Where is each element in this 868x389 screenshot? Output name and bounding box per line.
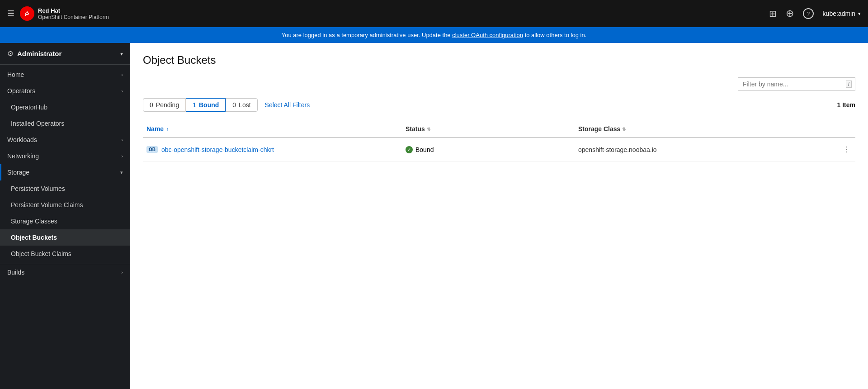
redhat-logo-icon xyxy=(20,6,34,21)
select-all-filters-button[interactable]: Select All Filters xyxy=(265,101,310,109)
item-count: 1 Item xyxy=(837,101,855,109)
table: Name ↑ Status ⇅ Storage Class ⇅ OB obc-o… xyxy=(143,121,855,161)
pending-count: 0 xyxy=(150,101,153,109)
sidebar-item-builds-label: Builds xyxy=(7,269,24,276)
sidebar-item-builds[interactable]: Builds › xyxy=(0,264,130,280)
main-layout: ⚙ Administrator ▾ Home › Operators › Ope… xyxy=(0,43,868,389)
sidebar-item-object-buckets[interactable]: Object Buckets xyxy=(0,229,130,246)
cell-actions: ⋮ xyxy=(837,143,855,156)
sidebar-role-chevron: ▾ xyxy=(120,51,123,57)
main-content: Object Buckets / 0 Pending 1 Bound 0 Los… xyxy=(130,43,868,389)
sidebar-operators-chevron: › xyxy=(121,88,123,94)
sidebar-item-storage-label: Storage xyxy=(7,169,29,176)
sidebar-item-object-bucket-claims-label: Object Bucket Claims xyxy=(11,250,71,257)
sidebar-item-workloads-label: Workloads xyxy=(7,136,37,143)
sidebar-item-storage[interactable]: Storage ▾ xyxy=(0,164,130,180)
svg-point-0 xyxy=(23,9,31,18)
status-label: Bound xyxy=(415,146,434,153)
logo-text: Red Hat OpenShift Container Platform xyxy=(38,7,109,20)
sidebar-item-pvc-label: Persistent Volume Claims xyxy=(11,201,83,209)
name-sort-asc-icon: ↑ xyxy=(166,127,169,132)
banner-link[interactable]: cluster OAuth configuration xyxy=(452,32,523,38)
filter-row: / xyxy=(143,77,855,91)
apps-grid-icon[interactable]: ⊞ xyxy=(769,8,777,19)
table-header: Name ↑ Status ⇅ Storage Class ⇅ xyxy=(143,121,855,138)
sidebar-item-storage-classes[interactable]: Storage Classes xyxy=(0,213,130,229)
sidebar-item-installed-operators-label: Installed Operators xyxy=(11,120,64,127)
sidebar-nav: Home › Operators › OperatorHub Installed… xyxy=(0,65,130,389)
sidebar-storage-chevron: ▾ xyxy=(120,170,123,176)
sidebar-role-left: ⚙ Administrator xyxy=(7,49,61,58)
topbar-left: ☰ Red Hat OpenShift Container Platform xyxy=(7,6,769,21)
logo-line2: OpenShift Container Platform xyxy=(38,14,109,20)
user-chevron: ▾ xyxy=(858,11,861,17)
sidebar-item-operatorhub-label: OperatorHub xyxy=(11,104,47,111)
sidebar-item-networking[interactable]: Networking › xyxy=(0,148,130,164)
sidebar-item-persistent-volume-claims[interactable]: Persistent Volume Claims xyxy=(0,197,130,213)
user-menu[interactable]: kube:admin ▾ xyxy=(823,10,861,17)
col-name-label: Name xyxy=(146,125,164,133)
page-title: Object Buckets xyxy=(143,54,855,66)
sidebar-item-pv-label: Persistent Volumes xyxy=(11,185,65,192)
object-bucket-link[interactable]: obc-openshift-storage-bucketclaim-chkrt xyxy=(161,146,274,153)
cell-storage-class: openshift-storage.noobaa.io xyxy=(578,146,837,153)
col-status-label: Status xyxy=(406,125,425,133)
topbar: ☰ Red Hat OpenShift Container Platform ⊞… xyxy=(0,0,868,27)
sidebar-role[interactable]: ⚙ Administrator ▾ xyxy=(0,43,130,65)
sidebar-item-storage-classes-label: Storage Classes xyxy=(11,218,57,225)
col-storage-label: Storage Class xyxy=(578,125,620,133)
user-label: kube:admin xyxy=(823,10,855,17)
sidebar-item-home[interactable]: Home › xyxy=(0,66,130,83)
sidebar-item-persistent-volumes[interactable]: Persistent Volumes xyxy=(0,180,130,197)
sidebar-item-networking-label: Networking xyxy=(7,152,39,160)
col-header-status[interactable]: Status ⇅ xyxy=(406,125,578,133)
sidebar-item-operators[interactable]: Operators › xyxy=(0,83,130,99)
sidebar-item-object-bucket-claims[interactable]: Object Bucket Claims xyxy=(0,246,130,262)
cell-status: ✓ Bound xyxy=(406,146,578,153)
lost-count: 0 xyxy=(232,101,236,109)
sidebar-builds-chevron: › xyxy=(121,270,123,275)
sidebar-item-workloads[interactable]: Workloads › xyxy=(0,132,130,148)
filter-badge-lost[interactable]: 0 Lost xyxy=(226,98,257,112)
sidebar-home-chevron: › xyxy=(121,72,123,77)
sidebar-item-operators-label: Operators xyxy=(7,87,35,95)
info-banner: You are logged in as a temporary adminis… xyxy=(0,27,868,43)
storage-class-value: openshift-storage.noobaa.io xyxy=(578,146,657,153)
bound-label: Bound xyxy=(199,101,219,109)
redhat-svg xyxy=(23,9,32,18)
cell-name: OB obc-openshift-storage-bucketclaim-chk… xyxy=(143,146,406,153)
filter-input-wrap: / xyxy=(738,77,855,91)
banner-message: You are logged in as a temporary adminis… xyxy=(282,32,452,38)
bound-count: 1 xyxy=(193,101,196,109)
sidebar-item-object-buckets-label: Object Buckets xyxy=(11,234,57,241)
status-sort-icon: ⇅ xyxy=(427,127,430,132)
sidebar-workloads-chevron: › xyxy=(121,137,123,142)
sidebar-item-home-label: Home xyxy=(7,71,24,78)
admin-icon: ⚙ xyxy=(7,49,14,58)
topbar-right: ⊞ ⊕ ? kube:admin ▾ xyxy=(769,8,861,19)
sidebar-item-installed-operators[interactable]: Installed Operators xyxy=(0,115,130,132)
filter-slash-icon: / xyxy=(846,81,852,88)
sidebar-item-operatorhub[interactable]: OperatorHub xyxy=(0,99,130,115)
filter-input[interactable] xyxy=(738,77,855,91)
banner-message-end: to allow others to log in. xyxy=(525,32,587,38)
help-icon[interactable]: ? xyxy=(803,8,814,19)
row-kebab-button[interactable]: ⋮ xyxy=(839,143,854,156)
ob-badge: OB xyxy=(146,146,158,153)
filter-badges: 0 Pending 1 Bound 0 Lost Select All Filt… xyxy=(143,98,855,112)
col-header-storage[interactable]: Storage Class ⇅ xyxy=(578,125,837,133)
table-row: OB obc-openshift-storage-bucketclaim-chk… xyxy=(143,138,855,161)
lost-label: Lost xyxy=(239,101,250,109)
add-icon[interactable]: ⊕ xyxy=(786,8,794,19)
storage-sort-icon: ⇅ xyxy=(622,127,626,132)
sidebar-role-label: Administrator xyxy=(17,50,61,57)
pending-label: Pending xyxy=(156,101,179,109)
sidebar: ⚙ Administrator ▾ Home › Operators › Ope… xyxy=(0,43,130,389)
redhat-logo: Red Hat OpenShift Container Platform xyxy=(20,6,109,21)
logo-line1: Red Hat xyxy=(38,7,109,14)
col-header-name[interactable]: Name ↑ xyxy=(143,125,406,133)
bound-status-icon: ✓ xyxy=(406,146,413,153)
filter-badge-pending[interactable]: 0 Pending xyxy=(143,98,186,112)
filter-badge-bound[interactable]: 1 Bound xyxy=(186,98,226,112)
hamburger-icon[interactable]: ☰ xyxy=(7,9,14,19)
